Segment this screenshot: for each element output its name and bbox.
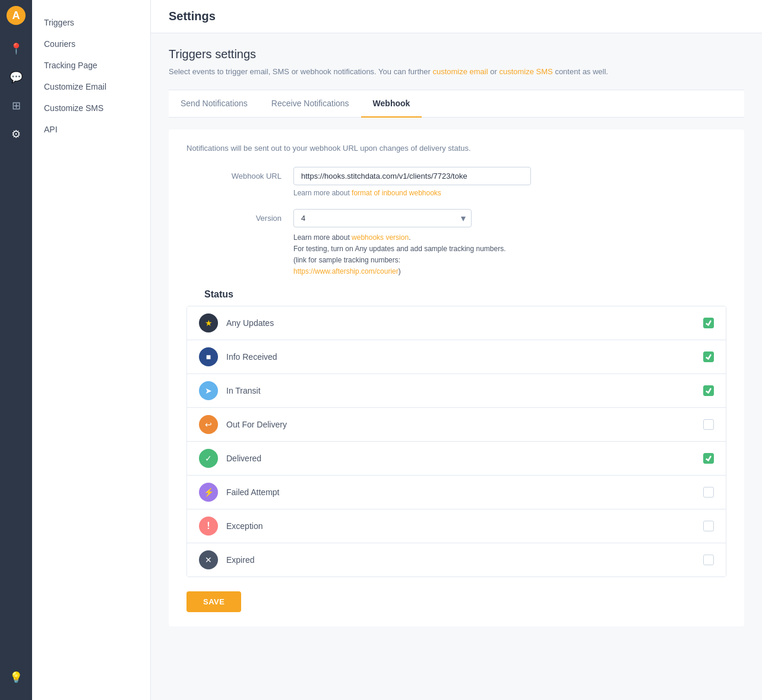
status-row-failed-attempt: ⚡ Failed Attempt (187, 476, 726, 509)
webhooks-version-link[interactable]: webhooks version (352, 233, 409, 242)
nav-item-customize-email[interactable]: Customize Email (32, 76, 150, 97)
version-label: Version (186, 209, 293, 223)
nav-item-customize-sms[interactable]: Customize SMS (32, 97, 150, 119)
tab-send-notifications[interactable]: Send Notifications (169, 90, 260, 118)
expired-toggle[interactable] (703, 555, 714, 565)
delivered-icon: ✓ (199, 449, 218, 468)
webhook-url-input[interactable] (293, 167, 531, 185)
exception-label: Exception (226, 521, 703, 531)
nav-item-triggers[interactable]: Triggers (32, 12, 150, 33)
delivered-label: Delivered (226, 454, 703, 463)
triggers-settings-section: Triggers settings Select events to trigg… (169, 47, 744, 78)
exception-toggle[interactable] (703, 521, 714, 531)
failed-attempt-label: Failed Attempt (226, 487, 703, 497)
status-row-exception: ! Exception (187, 509, 726, 543)
webhook-form: Notifications will be sent out to your w… (169, 129, 744, 627)
status-row-delivered: ✓ Delivered (187, 442, 726, 476)
status-row-info-received: ■ Info Received (187, 340, 726, 374)
status-section: Status ★ Any Updates ■ Info Received (186, 289, 726, 577)
webhook-description: Notifications will be sent out to your w… (186, 144, 726, 153)
any-updates-icon: ★ (199, 313, 218, 332)
version-row: Version 4 3 2 1 ▾ Learn more about webho (186, 209, 726, 278)
nav-item-api[interactable]: API (32, 119, 150, 140)
expired-icon: ✕ (199, 550, 218, 569)
settings-icon[interactable]: ⚙ (4, 122, 28, 146)
status-row-any-updates: ★ Any Updates (187, 306, 726, 340)
any-updates-label: Any Updates (226, 318, 703, 328)
status-section-title: Status (186, 289, 726, 300)
app-logo[interactable]: A (7, 6, 26, 25)
page-header: Settings (151, 0, 762, 33)
expired-label: Expired (226, 555, 703, 565)
customize-email-link[interactable]: customize email (432, 67, 488, 76)
sample-tracking-link[interactable]: https://www.aftership.com/courier (293, 267, 399, 275)
out-for-delivery-icon: ↩ (199, 415, 218, 434)
section-title: Triggers settings (169, 47, 744, 61)
tab-webhook[interactable]: Webhook (361, 90, 422, 118)
nav-item-couriers[interactable]: Couriers (32, 33, 150, 55)
main-content: Settings Triggers settings Select events… (151, 0, 762, 700)
failed-attempt-icon: ⚡ (199, 483, 218, 502)
status-row-expired: ✕ Expired (187, 543, 726, 577)
webhook-url-row: Webhook URL Learn more about format of i… (186, 167, 726, 197)
in-transit-toggle[interactable] (703, 385, 714, 396)
tabs-container: Send Notifications Receive Notifications… (169, 90, 744, 118)
webhook-url-field: Learn more about format of inbound webho… (293, 167, 726, 197)
version-notes: Learn more about webhooks version. For t… (293, 232, 507, 278)
location-pin-icon[interactable]: 📍 (4, 37, 28, 61)
any-updates-toggle[interactable] (703, 318, 714, 328)
version-select-wrapper: 4 3 2 1 ▾ (293, 209, 472, 227)
version-field: 4 3 2 1 ▾ Learn more about webhooks vers… (293, 209, 726, 278)
grid-icon[interactable]: ⊞ (4, 94, 28, 118)
info-received-label: Info Received (226, 352, 703, 362)
delivered-toggle[interactable] (703, 453, 714, 464)
nav-item-tracking-page[interactable]: Tracking Page (32, 55, 150, 76)
in-transit-icon: ➤ (199, 381, 218, 400)
section-description: Select events to trigger email, SMS or w… (169, 66, 744, 78)
tab-receive-notifications[interactable]: Receive Notifications (260, 90, 361, 118)
customize-sms-link[interactable]: customize SMS (499, 67, 552, 76)
out-for-delivery-toggle[interactable] (703, 419, 714, 430)
status-table: ★ Any Updates ■ Info Received ➤ In Trans… (186, 306, 726, 577)
bulb-icon[interactable]: 💡 (4, 666, 28, 689)
status-row-out-for-delivery: ↩ Out For Delivery (187, 408, 726, 442)
content-area: Triggers settings Select events to trigg… (151, 33, 762, 641)
info-received-icon: ■ (199, 347, 218, 366)
status-row-in-transit: ➤ In Transit (187, 374, 726, 408)
webhook-url-label: Webhook URL (186, 167, 293, 180)
out-for-delivery-label: Out For Delivery (226, 420, 703, 429)
chat-icon[interactable]: 💬 (4, 65, 28, 89)
save-button[interactable]: SAVE (186, 591, 241, 612)
version-select[interactable]: 4 3 2 1 (293, 209, 472, 227)
page-title: Settings (169, 9, 744, 23)
sidebar: A 📍 💬 ⊞ ⚙ 💡 (0, 0, 32, 700)
format-webhook-link[interactable]: format of inbound webhooks (352, 189, 441, 197)
webhook-url-help: Learn more about format of inbound webho… (293, 189, 726, 197)
exception-icon: ! (199, 517, 218, 536)
in-transit-label: In Transit (226, 386, 703, 395)
info-received-toggle[interactable] (703, 351, 714, 362)
failed-attempt-toggle[interactable] (703, 487, 714, 498)
left-nav: Triggers Couriers Tracking Page Customiz… (32, 0, 151, 700)
